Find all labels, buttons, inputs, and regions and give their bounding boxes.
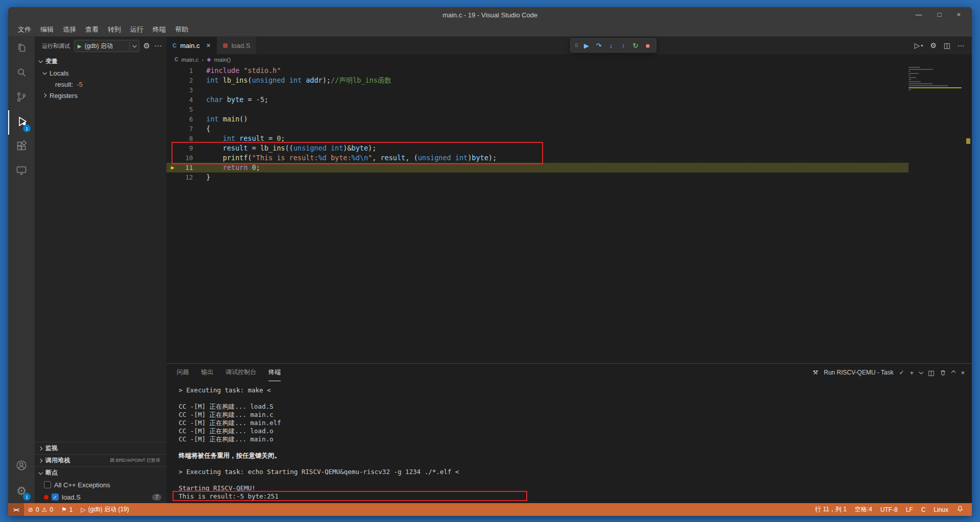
step-over-button[interactable]: ↷ xyxy=(593,40,604,51)
chevron-down-icon xyxy=(38,59,42,63)
terminal-task-label[interactable]: Run RISCV-QEMU - Task xyxy=(824,369,893,376)
menu-item[interactable]: 选择 xyxy=(58,23,81,36)
notifications-bell[interactable] xyxy=(952,503,968,516)
panel-tab-output[interactable]: 输出 xyxy=(201,364,213,381)
debug-gear-icon[interactable]: ⚙ xyxy=(143,41,150,51)
activity-explorer[interactable] xyxy=(8,37,35,61)
more-actions-icon[interactable]: ⋯ xyxy=(154,41,162,51)
assembly-file-icon xyxy=(223,43,228,48)
panel-tab-terminal[interactable]: 终端 xyxy=(268,364,281,381)
menu-item[interactable]: 转到 xyxy=(103,23,126,36)
code-line[interactable]: 2int lb_ins(unsigned int addr);//声明lb_in… xyxy=(166,76,972,85)
breadcrumb[interactable]: C main.c › ◈ main() xyxy=(166,54,972,65)
line-number[interactable]: 4 xyxy=(179,95,193,105)
drag-handle-icon[interactable]: ⠿ xyxy=(573,40,580,51)
minimap[interactable] xyxy=(909,67,965,91)
maximize-button[interactable]: □ xyxy=(938,7,942,22)
checkbox-checked[interactable]: ✓ xyxy=(52,493,59,501)
flag-status[interactable]: ⚑ 1 xyxy=(57,503,77,516)
line-number[interactable]: 6 xyxy=(179,114,193,124)
tab-load-s[interactable]: load.S xyxy=(217,37,257,54)
eol-status[interactable]: LF xyxy=(902,503,917,516)
breadcrumb-file[interactable]: main.c xyxy=(181,57,199,63)
panel-tab-debug-console[interactable]: 调试控制台 xyxy=(226,364,256,381)
code-line[interactable]: 4char byte = -5; xyxy=(166,95,972,105)
indentation-status[interactable]: 空格:4 xyxy=(851,503,876,516)
os-indicator[interactable]: Linux xyxy=(929,503,952,516)
line-number[interactable]: 2 xyxy=(179,76,193,85)
activity-search[interactable] xyxy=(8,61,35,86)
line-number[interactable]: 5 xyxy=(179,105,193,114)
breakpoints-section-header[interactable]: 断点 xyxy=(35,466,166,479)
variables-section-header[interactable]: 变量 xyxy=(35,55,166,67)
breakpoint-all-cpp-exceptions[interactable]: All C++ Exceptions xyxy=(35,479,166,491)
close-button[interactable]: × xyxy=(957,7,961,22)
language-mode[interactable]: C xyxy=(917,503,930,516)
line-number[interactable]: 12 xyxy=(179,172,193,182)
line-number[interactable]: 7 xyxy=(179,124,193,134)
watch-section-header[interactable]: 监视 xyxy=(35,442,166,454)
line-number[interactable]: 3 xyxy=(179,85,193,95)
code-line[interactable]: 5 xyxy=(166,105,972,114)
code-line[interactable]: 1#include "stdio.h" xyxy=(166,66,972,76)
remote-indicator[interactable]: >< xyxy=(8,503,24,516)
activity-run-debug[interactable]: 1 xyxy=(8,110,35,135)
menu-item[interactable]: 查看 xyxy=(81,23,103,36)
minimize-button[interactable]: — xyxy=(916,7,922,22)
activity-settings[interactable]: ⚙ 1 xyxy=(8,479,35,503)
close-panel-button[interactable]: × xyxy=(961,369,965,377)
run-file-button[interactable]: ▷▾ xyxy=(914,41,923,49)
code-line[interactable]: 3 xyxy=(166,85,972,95)
settings-gear-icon[interactable]: ⚙ xyxy=(930,41,937,49)
start-debugging-icon[interactable]: ▶ xyxy=(78,43,82,49)
code-lines[interactable]: 1#include "stdio.h"2int lb_ins(unsigned … xyxy=(166,65,972,363)
continue-button[interactable]: ▶ xyxy=(581,40,592,51)
breadcrumb-symbol[interactable]: main() xyxy=(214,57,231,63)
cursor-position[interactable]: 行 11，列 1 xyxy=(811,503,851,516)
activity-extensions[interactable] xyxy=(8,135,35,159)
breakpoint-load-s[interactable]: ✓ load.S 7 xyxy=(35,491,166,503)
terminal-output[interactable]: > Executing task: make <CC -[M] 正在构建... … xyxy=(166,381,972,503)
gutter-glyph xyxy=(166,172,179,182)
menu-item[interactable]: 编辑 xyxy=(36,23,58,36)
menu-item[interactable]: 运行 xyxy=(126,23,148,36)
encoding-status[interactable]: UTF-8 xyxy=(876,503,902,516)
code-line[interactable]: 12} xyxy=(166,172,972,182)
split-editor-icon[interactable]: ◫ xyxy=(944,41,950,49)
tab-main-c[interactable]: C main.c × xyxy=(166,37,217,54)
registers-group[interactable]: Registers xyxy=(35,90,166,101)
gutter-glyph xyxy=(166,76,179,85)
menu-item[interactable]: 文件 xyxy=(13,23,36,36)
launch-config-dropdown[interactable]: ▶ (gdb) 启动 xyxy=(74,40,139,52)
code-line[interactable]: 7{ xyxy=(166,124,972,134)
problems-status[interactable]: ⊘ 0 ⚠ 0 xyxy=(24,503,57,516)
kill-terminal-button[interactable] xyxy=(940,369,946,376)
menu-item[interactable]: 帮助 xyxy=(170,23,193,36)
debug-status[interactable]: ▷ (gdb) 启动 (19) xyxy=(77,503,133,516)
line-number[interactable]: 1 xyxy=(179,66,193,76)
editor[interactable]: 1#include "stdio.h"2int lb_ins(unsigned … xyxy=(166,65,972,363)
new-terminal-button[interactable]: + xyxy=(910,369,914,377)
split-terminal-button[interactable]: ◫ xyxy=(928,369,934,377)
terminal-line xyxy=(179,460,972,468)
variable-result[interactable]: result: -5 xyxy=(35,79,166,90)
close-icon[interactable]: × xyxy=(206,41,210,49)
code-line[interactable]: 6int main() xyxy=(166,114,972,124)
activity-source-control[interactable] xyxy=(8,86,35,110)
menu-item[interactable]: 终端 xyxy=(148,23,170,36)
step-out-button[interactable]: ↑ xyxy=(618,40,629,51)
stop-button[interactable]: ■ xyxy=(642,40,653,51)
editor-tab-bar: C main.c × load.S ⠿ ▶ ↷ ↓ ↑ ↻ ■ xyxy=(166,37,972,54)
activity-account[interactable] xyxy=(8,454,35,479)
step-into-button[interactable]: ↓ xyxy=(605,40,617,51)
maximize-panel-button[interactable] xyxy=(952,371,955,374)
callstack-section-header[interactable]: 调用堆栈 因 BREAKPOINT 已暂停 xyxy=(35,454,166,466)
more-actions-icon[interactable]: ⋯ xyxy=(958,41,965,49)
terminal-dropdown-chevron[interactable] xyxy=(919,371,922,374)
panel-tab-problems[interactable]: 问题 xyxy=(177,364,189,381)
locals-group[interactable]: Locals xyxy=(35,67,166,79)
code-text: int lb_ins(unsigned int addr);//声明lb_ins… xyxy=(193,76,391,85)
restart-button[interactable]: ↻ xyxy=(630,40,641,51)
checkbox-unchecked[interactable] xyxy=(44,481,51,488)
activity-remote-explorer[interactable] xyxy=(8,159,35,184)
